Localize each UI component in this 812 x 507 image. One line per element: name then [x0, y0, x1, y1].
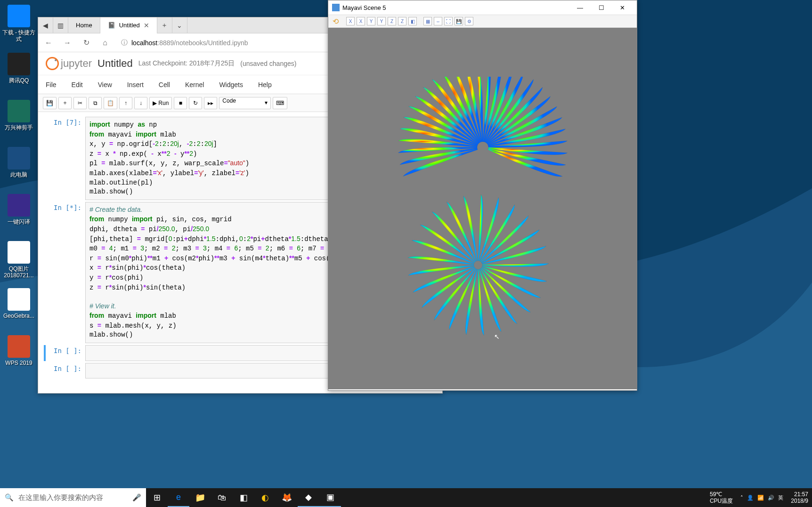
- desktop-icon[interactable]: 万兴神剪手: [1, 100, 37, 131]
- mayavi-tb-button-1[interactable]: X: [346, 17, 355, 25]
- mayavi-tb-button-12[interactable]: ⚙: [465, 17, 473, 25]
- app-icon: [8, 5, 30, 27]
- tab-label: Home: [76, 22, 92, 29]
- cut-button[interactable]: ✂: [73, 97, 87, 109]
- system-tray[interactable]: ˄ 👤 📶 🔊 英: [737, 494, 787, 501]
- restart-run-all-button[interactable]: ▸▸: [204, 97, 217, 109]
- mayavi-tb-button-8[interactable]: ▦: [423, 17, 432, 25]
- menu-widgets[interactable]: Widgets: [219, 81, 243, 89]
- clock-date: 2018/9: [791, 498, 808, 504]
- desktop-icon[interactable]: GeoGebra...: [1, 288, 37, 319]
- mayavi-window: Mayavi Scene 5 — ☐ ✕ ⟲XXYYZZ◧▦↔⛶💾⚙ ↖: [328, 0, 637, 391]
- app-icon: [8, 288, 30, 311]
- desktop-icon[interactable]: 此电脑: [1, 147, 37, 178]
- run-button[interactable]: ▶ Run: [149, 97, 172, 109]
- url-text: localhost:8889/notebooks/Untitled.ipynb: [131, 39, 248, 47]
- mayavi-3d-viewport[interactable]: ↖: [328, 28, 637, 389]
- mayavi-tb-button-10[interactable]: ⛶: [444, 17, 453, 25]
- restart-button[interactable]: ↻: [189, 97, 202, 109]
- menu-cell[interactable]: Cell: [159, 81, 170, 89]
- minimize-button[interactable]: —: [569, 0, 591, 15]
- icon-label: WPS 2019: [1, 360, 37, 366]
- notebook-title[interactable]: Untitled: [97, 57, 133, 70]
- mayavi-titlebar[interactable]: Mayavi Scene 5 — ☐ ✕: [328, 0, 637, 15]
- app-icon: [8, 53, 30, 75]
- tab-list-button[interactable]: ▥: [53, 17, 68, 33]
- tab-close-button[interactable]: ✕: [144, 22, 149, 29]
- desktop-icon[interactable]: 下载 - 快捷方式: [1, 5, 37, 43]
- maximize-button[interactable]: ☐: [591, 0, 612, 15]
- move-up-button[interactable]: ↑: [119, 97, 132, 109]
- mic-icon[interactable]: 🎤: [132, 493, 141, 502]
- tray-volume-icon[interactable]: 🔊: [768, 495, 774, 501]
- task-chrome[interactable]: ◐: [254, 488, 276, 507]
- cell-prompt: In [7]:: [46, 117, 85, 200]
- desktop-icon[interactable]: WPS 2019: [1, 335, 37, 366]
- menu-kernel[interactable]: Kernel: [185, 81, 204, 89]
- mayavi-tb-button-2[interactable]: X: [357, 17, 365, 25]
- cell-type-select[interactable]: Code: [219, 97, 271, 109]
- tab-untitled[interactable]: 📓 Untitled ✕: [100, 17, 157, 33]
- site-info-icon[interactable]: ⓘ: [121, 39, 128, 47]
- tray-people-icon[interactable]: 👤: [747, 495, 754, 501]
- task-store[interactable]: 🛍: [211, 488, 233, 507]
- menu-help[interactable]: Help: [258, 81, 272, 89]
- windows-taskbar: 🔍 在这里输入你要搜索的内容 🎤 ⊞ e 📁 🛍 ◧ ◐ 🦊 ◆ ▣ 59℃ C…: [0, 488, 812, 507]
- close-button[interactable]: ✕: [612, 0, 633, 15]
- mayavi-tb-button-3[interactable]: Y: [367, 17, 375, 25]
- back-button[interactable]: ←: [42, 36, 55, 49]
- mayavi-tb-button-0[interactable]: ⟲: [331, 17, 340, 25]
- task-edge[interactable]: e: [168, 488, 189, 507]
- mouse-cursor-icon: ↖: [494, 333, 500, 340]
- task-firefox[interactable]: 🦊: [276, 488, 298, 507]
- tab-dropdown-button[interactable]: ⌄: [172, 17, 187, 33]
- cell-prompt: In [*]:: [46, 202, 85, 343]
- command-palette-button[interactable]: ⌨: [273, 97, 287, 109]
- tab-home[interactable]: Home: [68, 17, 100, 33]
- move-down-button[interactable]: ↓: [134, 97, 147, 109]
- mayavi-tb-button-6[interactable]: Z: [398, 17, 406, 25]
- task-app1[interactable]: ◧: [233, 488, 254, 507]
- menu-insert[interactable]: Insert: [127, 81, 144, 89]
- mayavi-tb-button-11[interactable]: 💾: [455, 17, 463, 25]
- mayavi-tb-button-5[interactable]: Z: [388, 17, 396, 25]
- tray-up-icon[interactable]: ˄: [740, 495, 743, 501]
- tray-network-icon[interactable]: 📶: [757, 495, 764, 501]
- mayavi-tb-button-7[interactable]: ◧: [408, 17, 417, 25]
- unsaved-text: (unsaved changes): [240, 60, 296, 67]
- new-tab-button[interactable]: ＋: [157, 17, 172, 33]
- task-app3[interactable]: ▣: [319, 488, 341, 507]
- desktop-icon[interactable]: QQ图片20180721...: [1, 241, 37, 279]
- copy-button[interactable]: ⧉: [89, 97, 102, 109]
- icon-label: 万兴神剪手: [1, 124, 37, 131]
- desktop-icon[interactable]: 腾讯QQ: [1, 53, 37, 84]
- app-icon: [8, 147, 30, 169]
- desktop-icon[interactable]: 一键闪译: [1, 194, 37, 225]
- menu-view[interactable]: View: [98, 81, 112, 89]
- task-explorer[interactable]: 📁: [189, 488, 211, 507]
- tab-prev-button[interactable]: ◀: [38, 17, 53, 33]
- tray-ime-text[interactable]: 英: [778, 494, 783, 501]
- menu-edit[interactable]: Edit: [72, 81, 83, 89]
- paste-button[interactable]: 📋: [104, 97, 117, 109]
- home-button[interactable]: ⌂: [98, 36, 112, 49]
- interrupt-button[interactable]: ■: [174, 97, 187, 109]
- mayavi-tb-button-9[interactable]: ↔: [434, 17, 442, 25]
- forward-button[interactable]: →: [61, 36, 74, 49]
- save-button[interactable]: 💾: [43, 97, 57, 109]
- mayavi-toolbar: ⟲XXYYZZ◧▦↔⛶💾⚙: [328, 15, 637, 28]
- task-view-button[interactable]: ⊞: [146, 488, 168, 507]
- icon-label: 下载 - 快捷方式: [1, 29, 37, 43]
- jupyter-logo[interactable]: jupyter: [46, 57, 92, 70]
- taskbar-search-input[interactable]: 🔍 在这里输入你要搜索的内容 🎤: [0, 488, 146, 507]
- icon-label: 此电脑: [1, 171, 37, 178]
- mayavi-tb-button-4[interactable]: Y: [377, 17, 386, 25]
- taskbar-clock[interactable]: 21:57 2018/9: [787, 489, 812, 507]
- refresh-button[interactable]: ↻: [80, 36, 93, 49]
- task-app2[interactable]: ◆: [298, 488, 319, 507]
- add-cell-button[interactable]: ＋: [58, 97, 72, 109]
- tab-jupyter-icon: 📓: [108, 22, 115, 29]
- menu-file[interactable]: File: [46, 81, 57, 89]
- cpu-temp-widget[interactable]: 59℃ CPU温度: [706, 489, 737, 507]
- mayavi-title-text: Mayavi Scene 5: [342, 4, 386, 11]
